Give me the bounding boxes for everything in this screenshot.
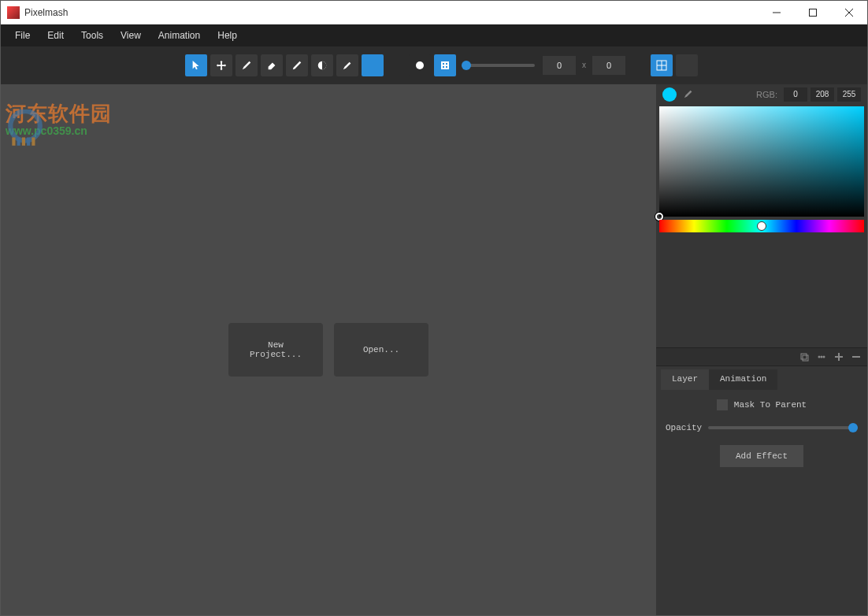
remove-layer-icon[interactable] xyxy=(850,351,862,363)
pointer-tool[interactable] xyxy=(185,54,207,76)
menu-file[interactable]: File xyxy=(7,27,38,44)
svg-rect-8 xyxy=(446,63,447,65)
svg-rect-6 xyxy=(441,61,449,69)
canvas-area: New Project... Open... 河东软件园 www.pc0359.… xyxy=(1,84,656,615)
color-header: RGB: 0 208 255 xyxy=(656,84,867,105)
new-project-button[interactable]: New Project... xyxy=(228,323,323,377)
grid-toggle[interactable] xyxy=(651,54,673,76)
svg-point-5 xyxy=(416,61,424,69)
bucket-tool[interactable] xyxy=(311,54,333,76)
svg-rect-7 xyxy=(443,63,444,65)
rgb-g-field[interactable]: 208 xyxy=(811,87,834,102)
add-effect-button[interactable]: Add Effect xyxy=(720,445,803,467)
hue-cursor[interactable] xyxy=(757,221,766,231)
toolbar: 0 x 0 xyxy=(1,46,867,84)
watermark: 河东软件园 www.pc0359.cn xyxy=(6,100,112,137)
menu-edit[interactable]: Edit xyxy=(39,27,72,44)
svg-rect-20 xyxy=(801,354,807,359)
sv-picker[interactable] xyxy=(659,106,864,217)
menu-view[interactable]: View xyxy=(113,27,149,44)
close-button[interactable] xyxy=(831,1,867,24)
svg-rect-10 xyxy=(446,66,447,68)
opacity-label: Opacity xyxy=(666,423,702,432)
side-panel: RGB: 0 208 255 xyxy=(656,84,867,615)
move-tool[interactable] xyxy=(210,54,232,76)
layer-tab-content: Mask To Parent Opacity Add Effect xyxy=(656,390,867,615)
svg-rect-21 xyxy=(803,355,808,361)
minimize-button[interactable] xyxy=(759,1,795,24)
svg-point-23 xyxy=(821,356,823,358)
brush-size-slider[interactable] xyxy=(464,64,535,67)
menu-animation[interactable]: Animation xyxy=(150,27,208,44)
mask-label: Mask To Parent xyxy=(734,400,807,410)
copy-icon[interactable] xyxy=(798,351,811,363)
size-separator: x xyxy=(579,56,589,75)
rgb-label: RGB: xyxy=(756,90,777,99)
color-swatch[interactable] xyxy=(362,54,384,76)
add-layer-icon[interactable] xyxy=(833,351,845,363)
tab-animation[interactable]: Animation xyxy=(709,369,777,390)
grid-options[interactable] xyxy=(676,54,698,76)
brush-tool[interactable] xyxy=(236,54,258,76)
opacity-thumb[interactable] xyxy=(848,423,858,432)
maximize-button[interactable] xyxy=(795,1,831,24)
brush-shape-square[interactable] xyxy=(434,54,456,76)
canvas-width-field[interactable]: 0 xyxy=(543,56,576,75)
svg-rect-1 xyxy=(810,9,817,17)
svg-rect-15 xyxy=(12,137,15,145)
app-icon xyxy=(7,6,20,19)
svg-point-24 xyxy=(823,356,825,358)
menubar: File Edit Tools View Animation Help xyxy=(1,24,867,46)
menu-tools[interactable]: Tools xyxy=(73,27,111,44)
svg-rect-16 xyxy=(17,137,20,145)
svg-rect-19 xyxy=(32,137,35,145)
eyedropper-tool[interactable] xyxy=(336,54,358,76)
tab-layer[interactable]: Layer xyxy=(661,369,709,390)
svg-point-14 xyxy=(10,111,40,141)
pencil-tool[interactable] xyxy=(286,54,308,76)
canvas-height-field[interactable]: 0 xyxy=(592,56,625,75)
svg-rect-17 xyxy=(22,137,25,145)
layer-actions-bar xyxy=(656,347,867,366)
svg-rect-9 xyxy=(443,66,444,68)
swatch-area xyxy=(656,237,867,347)
rgb-b-field[interactable]: 255 xyxy=(837,87,861,102)
main-content: New Project... Open... 河东软件园 www.pc0359.… xyxy=(1,84,867,615)
opacity-slider[interactable] xyxy=(708,426,858,429)
menu-help[interactable]: Help xyxy=(210,27,245,44)
mask-checkbox[interactable] xyxy=(717,399,728,410)
titlebar: Pixelmash xyxy=(1,1,867,24)
svg-rect-18 xyxy=(27,137,30,145)
window-title: Pixelmash xyxy=(24,7,68,18)
svg-point-22 xyxy=(818,356,821,358)
hue-slider[interactable] xyxy=(659,220,864,232)
open-button[interactable]: Open... xyxy=(334,323,428,377)
current-color-dot[interactable] xyxy=(662,87,677,102)
brush-shape-circle[interactable] xyxy=(409,54,431,76)
app-window: Pixelmash File Edit Tools View Animation… xyxy=(0,0,868,616)
rgb-r-field[interactable]: 0 xyxy=(784,87,807,102)
eraser-tool[interactable] xyxy=(261,54,283,76)
layer-tabs: Layer Animation xyxy=(656,366,867,390)
merge-icon[interactable] xyxy=(815,351,828,363)
eyedropper-icon[interactable] xyxy=(683,88,694,102)
